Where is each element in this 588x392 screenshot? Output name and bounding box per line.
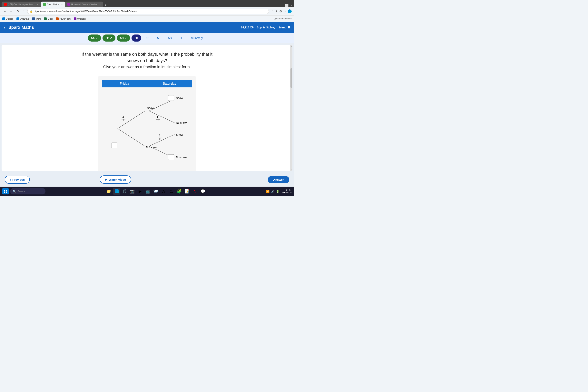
taskbar-app4[interactable]: ▶ bbox=[136, 188, 144, 195]
video-icon: ▶ bbox=[105, 178, 107, 181]
sat-snow-snow-box[interactable] bbox=[168, 95, 174, 101]
friday-snow-prob: 3 4 bbox=[122, 115, 125, 122]
taskbar-app7[interactable]: A bbox=[160, 188, 167, 195]
address-bar: ← → ↻ ⌂ 🔒 https://www.sparxmaths.uk/stud… bbox=[0, 7, 294, 16]
tab-youtube-close[interactable]: ✕ bbox=[37, 3, 38, 6]
tab-5e[interactable]: 5E bbox=[143, 34, 152, 42]
taskbar-app12[interactable]: 💬 bbox=[199, 188, 206, 195]
bookmark-powerpoint[interactable]: PowerPoint bbox=[56, 18, 70, 20]
refresh-button[interactable]: ↻ bbox=[16, 8, 20, 14]
wifi-icon[interactable]: 📶 bbox=[266, 190, 270, 193]
scroll-up-arrow[interactable]: ▲ bbox=[290, 46, 292, 47]
collections-icon[interactable]: ✦ bbox=[275, 10, 278, 13]
battery-icon[interactable]: 🔋 bbox=[276, 190, 279, 193]
system-date: 06/11/2024 bbox=[281, 191, 292, 194]
profile-icon[interactable] bbox=[288, 10, 292, 13]
tab-5g[interactable]: 5G bbox=[165, 34, 175, 42]
taskbar-app11[interactable]: N bbox=[192, 188, 198, 195]
tree-diagram: Friday Saturday bbox=[98, 76, 196, 171]
answer-button[interactable]: Answer bbox=[268, 176, 289, 183]
bookmark-onenote[interactable]: OneNote bbox=[74, 18, 86, 20]
word-icon bbox=[32, 18, 35, 20]
bottom-bar: ‹ Previous ▶ Watch video Answer bbox=[0, 172, 294, 186]
tab-5d[interactable]: 5D bbox=[132, 34, 141, 42]
new-tab-button[interactable]: + bbox=[103, 4, 108, 7]
tab-studyx[interactable]: Homework Space - StudyX ✕ bbox=[65, 2, 103, 7]
tab-summary[interactable]: Summary bbox=[188, 34, 206, 42]
tab-5b-check: ✓ bbox=[110, 36, 112, 40]
more-icon[interactable]: ··· bbox=[284, 10, 286, 13]
taskbar-app8[interactable]: 🗂 bbox=[168, 188, 175, 195]
friday-snow-label: Snow bbox=[147, 106, 154, 110]
tab-5f[interactable]: 5F bbox=[154, 34, 164, 42]
edge-app-icon bbox=[115, 189, 118, 193]
other-favourites[interactable]: ⊞ Other favourites bbox=[274, 18, 292, 20]
friday-header: Friday bbox=[102, 80, 147, 88]
svg-line-3 bbox=[149, 111, 174, 123]
back-button[interactable]: ← bbox=[2, 9, 7, 14]
onenote-icon bbox=[74, 18, 76, 20]
url-text: https://www.sparxmaths.uk/student/packag… bbox=[34, 10, 138, 13]
taskbar-file-explorer[interactable]: 📁 bbox=[105, 188, 112, 195]
forward-button[interactable]: → bbox=[9, 9, 14, 14]
sat-snow-snow-label: Snow bbox=[176, 96, 183, 100]
home-button[interactable]: ⌂ bbox=[22, 9, 25, 14]
sparx-back-button[interactable]: ‹ bbox=[4, 25, 5, 30]
restore-button[interactable]: ⬜ bbox=[285, 4, 288, 7]
content-area: If the weather is the same on both days,… bbox=[0, 43, 294, 172]
tab-sparx[interactable]: Sparx Maths ✕ bbox=[41, 2, 65, 7]
previous-button[interactable]: ‹ Previous bbox=[5, 176, 30, 184]
tab-5h[interactable]: 5H bbox=[176, 34, 186, 42]
sat-nosnow-snow-prob: 3 5 bbox=[159, 134, 161, 140]
tab-5c[interactable]: 5C ✓ bbox=[117, 34, 130, 42]
taskbar-app5[interactable]: 📺 bbox=[144, 188, 152, 195]
scrollbar-track[interactable]: ▲ ▼ bbox=[290, 45, 292, 171]
youtube-favicon bbox=[4, 3, 7, 6]
minimize-button[interactable]: — bbox=[281, 4, 284, 7]
watch-video-button[interactable]: ▶ Watch video bbox=[100, 176, 131, 184]
bookmark-outlook[interactable]: Outlook bbox=[2, 18, 13, 20]
sparx-logo: Sparx Maths bbox=[8, 25, 241, 30]
tree-header: Friday Saturday bbox=[102, 80, 192, 88]
tab-studyx-close[interactable]: ✕ bbox=[99, 3, 101, 6]
saturday-header: Saturday bbox=[147, 80, 192, 88]
bookmark-onedrive[interactable]: OneDrive bbox=[16, 18, 29, 20]
studyx-favicon bbox=[68, 3, 70, 6]
bookmark-word[interactable]: Word bbox=[32, 18, 41, 20]
close-window-button[interactable]: ✕ bbox=[290, 4, 292, 7]
tab-5b[interactable]: 5B ✓ bbox=[102, 34, 116, 42]
tab-5h-label: 5H bbox=[180, 36, 183, 40]
tab-5a[interactable]: 5A ✓ bbox=[88, 34, 101, 42]
sat-nosnow-nosnow-box[interactable] bbox=[168, 154, 174, 160]
scrollbar-thumb[interactable] bbox=[290, 68, 292, 88]
scroll-down-arrow[interactable]: ▼ bbox=[290, 168, 292, 170]
friday-nosnow-box[interactable] bbox=[111, 143, 117, 148]
taskbar-app2[interactable]: 🎵 bbox=[121, 188, 128, 195]
taskbar-app6[interactable]: 📨 bbox=[152, 188, 159, 195]
tab-sparx-close[interactable]: ✕ bbox=[61, 3, 63, 6]
url-bar[interactable]: 🔒 https://www.sparxmaths.uk/student/pack… bbox=[27, 8, 269, 14]
tab-youtube[interactable]: (162) Can i have your husband p... ✕ bbox=[2, 2, 41, 7]
menu-button[interactable]: Menu ☰ bbox=[279, 26, 290, 29]
favorites-icon[interactable]: ☆ bbox=[271, 10, 274, 13]
search-label: Search bbox=[18, 190, 25, 193]
taskbar-app3[interactable]: 📷 bbox=[129, 188, 136, 195]
taskbar-app1[interactable] bbox=[113, 188, 120, 195]
taskbar-app10[interactable]: 📝 bbox=[184, 188, 191, 195]
taskbar-search[interactable]: 🔍 Search bbox=[10, 188, 46, 194]
volume-icon[interactable]: 🔊 bbox=[271, 190, 274, 193]
system-clock[interactable]: 01:31 06/11/2024 bbox=[281, 189, 292, 194]
taskbar-app9[interactable]: 🧩 bbox=[176, 188, 183, 195]
answer-label: Answer bbox=[273, 178, 284, 181]
prev-arrow-icon: ‹ bbox=[10, 178, 11, 181]
excel-icon bbox=[44, 18, 47, 20]
extensions-icon[interactable]: ⚙ bbox=[279, 10, 282, 13]
system-time: 01:31 bbox=[281, 189, 292, 191]
start-button[interactable] bbox=[2, 188, 8, 194]
tab-5b-label: 5B bbox=[106, 36, 109, 40]
tab-5e-label: 5E bbox=[146, 36, 149, 40]
bookmark-excel[interactable]: Excel bbox=[44, 18, 53, 20]
sat-nosnow-nosnow-label: No snow bbox=[176, 156, 187, 159]
outlook-icon bbox=[2, 18, 5, 20]
tab-5c-label: 5C bbox=[120, 36, 124, 40]
